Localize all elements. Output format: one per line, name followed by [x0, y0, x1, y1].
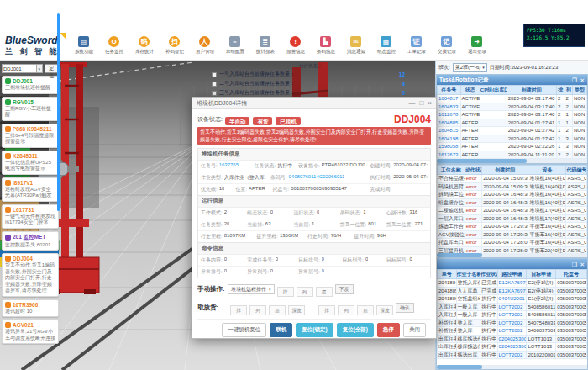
table-row[interactable]: 1604833ACTIVE2020-09-04 03:17:4022NON	[438, 103, 587, 111]
table-row[interactable]: 补货任务整入库执行中LOTT20025408037503035003700058…	[438, 327, 587, 336]
manual-op-select[interactable]: 堆垛机远程操作 ▾	[228, 284, 275, 294]
table-row[interactable]: 1612678ACTIVE2020-09-04 03:17:4021NON	[438, 111, 587, 119]
field-value[interactable]: 04080760114C02066011	[288, 174, 344, 182]
table-row[interactable]: 补货任务整入库执行中LOTT20025407548033035003700058…	[438, 319, 587, 327]
checkbox-icon[interactable]	[212, 91, 217, 96]
alarm-card[interactable]: 16TR3966通讯超时 10	[2, 299, 59, 318]
table-row[interactable]: 入库任务一般入库执行中LOTT2002540858601103500370005…	[438, 303, 587, 311]
scrollbar-thumb[interactable]	[437, 159, 527, 163]
close-button[interactable]: 关闭	[403, 323, 426, 337]
column-header[interactable]: 单号	[438, 270, 457, 279]
toolbar-item[interactable]: ➜退出登录	[465, 36, 488, 56]
toolbar-item[interactable]: 扫补码登记	[163, 36, 186, 56]
horizontal-scrollbar[interactable]	[437, 253, 587, 257]
table-row[interactable]: 1604815AFTER2020-09-04 01:27:4212NON	[438, 127, 587, 135]
column-header[interactable]: 托盘号	[556, 270, 587, 279]
alarm-card[interactable]: DDJ004货叉不动作,货叉1编码器失败,外围安全门及内部安全门打开,行走变频器…	[2, 253, 59, 297]
manual-coord-input[interactable]	[297, 287, 313, 297]
toolbar-item[interactable]: 记交接记录	[435, 36, 458, 56]
close-icon[interactable]: ×	[428, 100, 432, 107]
toolbar-item[interactable]: 证工单记录	[405, 36, 428, 56]
pick-target-input[interactable]	[357, 305, 374, 315]
pick-source-input[interactable]	[249, 305, 266, 315]
column-header[interactable]: 创建时间	[482, 166, 528, 175]
toolbar-item[interactable]: ✉消息通知	[344, 36, 367, 56]
table-row[interactable]: 一层入库口error2020-09-04 16:48:38堆垛机17(40柱Dm…	[438, 214, 587, 223]
column-header[interactable]: 任务号	[438, 86, 461, 95]
close-icon[interactable]: ✕	[580, 262, 585, 267]
alarm-card[interactable]: RGV015三期RGV小车巡检提醒	[2, 97, 59, 121]
table-row[interactable]: 不合格品缓存error2020-09-04 15:09:36堆垛机16(40柱D…	[438, 175, 587, 183]
alarm-card[interactable]: AGV021通讯异常,21号AGV小车与调度系统断开连接	[2, 320, 59, 344]
sidebar-scrollbar[interactable]	[57, 13, 60, 211]
table-row[interactable]: 出库任务移库拣选作业执行中02040253002LOTT101303500370…	[438, 343, 587, 352]
column-header[interactable]: 目标申请	[527, 270, 556, 279]
table-row[interactable]: 1604885AFTER2020-09-04 01:27:4111NON	[438, 119, 587, 127]
column-header[interactable]: 作业状态	[480, 270, 497, 279]
column-header[interactable]: 作业子名称	[456, 270, 480, 279]
column-header[interactable]: 状态	[460, 86, 480, 95]
column-header[interactable]: 工位名称	[438, 166, 465, 175]
toolbar-item[interactable]: ▤系统功能	[72, 36, 95, 56]
close-icon[interactable]: ✕	[580, 77, 585, 83]
minimize-icon[interactable]: —	[408, 100, 415, 107]
alarm-card[interactable]: I8917V1巡检时发现AGV安全光幕(ATR30Par)触发	[2, 177, 59, 202]
alarm-card[interactable]: 201 监控MET监控数据丢失 60201	[2, 231, 59, 251]
toolbar-item[interactable]: !报警信息	[284, 36, 307, 56]
horizontal-scrollbar[interactable]	[437, 365, 587, 369]
device-search-input[interactable]	[2, 64, 37, 73]
manual-coord-input[interactable]	[316, 287, 333, 297]
pick-target-input[interactable]	[376, 305, 393, 315]
pick-source-input[interactable]	[269, 305, 286, 315]
toolbar-item[interactable]: ▦组态监控	[375, 36, 397, 56]
pick-target-input[interactable]	[318, 305, 335, 315]
scrollbar-thumb[interactable]	[437, 365, 482, 369]
toolbar-item[interactable]: 码库存统计	[133, 36, 155, 56]
dispatch-button[interactable]: 下发	[335, 284, 354, 294]
table-row[interactable]: 1598058AFTER2020-09-04 02:22:2613NON	[438, 143, 587, 151]
shift-select[interactable]: 第2班(一-6) ▾	[453, 63, 487, 72]
column-header[interactable]: 路径申请	[497, 270, 527, 279]
field-value[interactable]: 1637765	[219, 162, 239, 170]
table-row[interactable]: 1604198AFTER2020-09-04 01:27:4213NON	[438, 135, 587, 143]
action-button[interactable]: 一键脱机复位	[222, 323, 266, 337]
table-row[interactable]: 拣选工作台error2020-09-04 17:29:39平衡车16(40柱Dm…	[438, 223, 587, 231]
action-button[interactable]: 复位(锁定)	[296, 323, 333, 337]
table-row[interactable]: 码垛机器臂error2020-09-04 15:09:36堆垛机16(40柱Dm…	[438, 182, 587, 191]
checkbox-icon[interactable]	[212, 82, 217, 87]
manual-coord-input[interactable]	[277, 287, 294, 297]
column-header[interactable]: 创建时间	[507, 86, 556, 95]
table-row[interactable]: 出库任务拣选出库执行中LOTT2002201022000220350037000…	[438, 351, 587, 359]
stop-button[interactable]: 急停	[377, 323, 400, 337]
popout-icon[interactable]: ❐	[572, 262, 577, 267]
toolbar-item[interactable]: ▙条码信息	[314, 36, 337, 56]
pick-target-input[interactable]	[338, 305, 354, 315]
maximize-icon[interactable]: □	[419, 100, 423, 107]
popout-icon[interactable]: ❐	[572, 77, 577, 83]
horizontal-scrollbar[interactable]	[437, 159, 587, 163]
toolbar-item[interactable]: O任务监控	[102, 36, 125, 56]
action-button[interactable]: 复位(全部)	[337, 323, 374, 337]
table-row[interactable]: 托盘库出口error2020-09-04 17:28:07平衡车16(40柱Dm…	[438, 239, 587, 247]
column-header[interactable]: 设备	[528, 166, 566, 175]
scrollbar-thumb[interactable]	[437, 253, 482, 257]
toolbar-item[interactable]: ≡班组配置	[223, 36, 246, 56]
pick-source-input[interactable]	[230, 305, 247, 315]
table-row[interactable]: 二楼输送机error2020-09-04 16:48:38堆垛机17(40柱Dm…	[438, 207, 587, 215]
confirm-button[interactable]: 确认	[396, 303, 414, 313]
alarm-card[interactable]: L617731一键气动元件检测发现I617734安全门异常	[2, 204, 59, 229]
table-row[interactable]: 2041885入人库单已完成E12KA76975E2(停1站4)03500370…	[438, 287, 587, 295]
alarm-card[interactable]: P868 K9845211三排6+4号段温度超限报警提示	[2, 124, 59, 148]
table-row[interactable]: 1612673AFTER2020-09-04 11:31:2022NON	[438, 151, 587, 159]
table-row[interactable]: 拆码垛工位error2020-09-04 16:48:34堆垛机16(40柱Dm…	[438, 191, 587, 199]
online-button[interactable]: 联机	[270, 323, 292, 337]
table-row[interactable]: 入库任务一般入库执行中LOTT2002540858601103500370005…	[438, 311, 587, 320]
checkbox-icon[interactable]	[212, 72, 217, 77]
table-row[interactable]: 2041884整托入库任务已完成E12KA76975E2(停1站4)035003…	[438, 279, 587, 288]
table-row[interactable]: 1604817ACTIVE2020-09-04 03:17:4022NON	[438, 95, 587, 103]
column-header[interactable]: 代码编号	[566, 166, 587, 175]
table-row[interactable]: 2041886空托盘组出执行中0404U2001E1(停2站4)03500370…	[438, 295, 587, 304]
toolbar-item[interactable]: ≣统计报表	[254, 36, 276, 56]
column-header[interactable]: 动作状态	[465, 166, 481, 175]
table-row[interactable]: 出库任务移库拣选作业执行中02040253002LOTT101303500370…	[438, 335, 587, 343]
